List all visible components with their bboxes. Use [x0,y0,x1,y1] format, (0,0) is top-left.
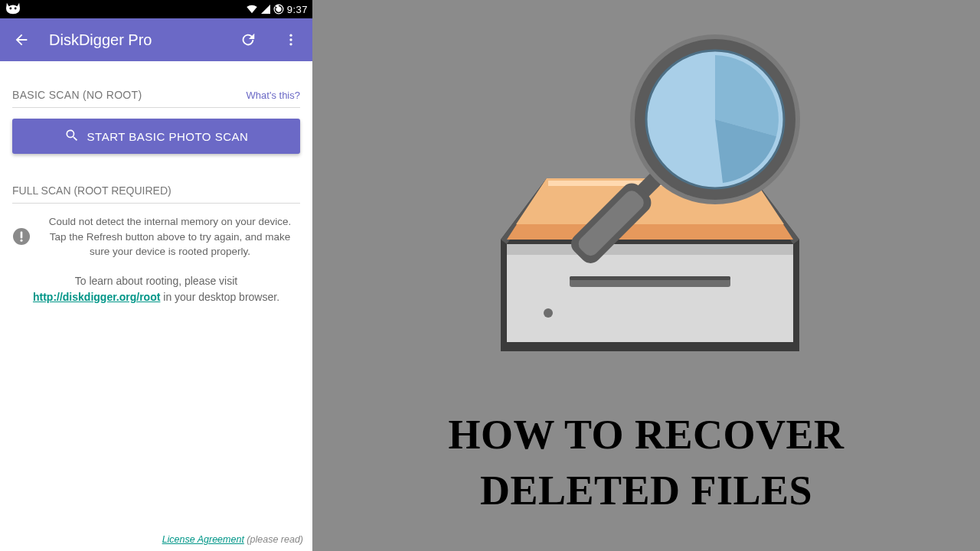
root-link[interactable]: http://diskdigger.org/root [33,291,160,303]
divider [12,107,300,108]
scan-button-label: START BASIC PHOTO SCAN [87,130,249,143]
svg-rect-14 [501,344,799,351]
phone-screenshot: 9:37 DiskDigger Pro BASIC SCAN (NO ROOT)… [0,0,312,551]
tutorial-headline: HOW TO RECOVER DELETED FILES [448,407,844,519]
whats-this-link[interactable]: What's this? [247,90,300,101]
app-content: BASIC SCAN (NO ROOT) What's this? START … [0,61,312,551]
sync-badge-icon [273,4,284,15]
svg-point-1 [15,7,17,9]
start-basic-scan-button[interactable]: START BASIC PHOTO SCAN [12,119,300,154]
basic-scan-header: BASIC SCAN (NO ROOT) [12,89,142,101]
svg-point-3 [289,34,292,37]
wifi-icon [246,5,258,14]
root-warning-row: Could not detect the internal memory on … [12,214,300,259]
signal-icon [261,5,270,14]
back-button[interactable] [6,24,37,55]
svg-point-20 [544,308,553,318]
overflow-menu-button[interactable] [276,24,306,55]
svg-point-0 [9,7,11,9]
refresh-icon [240,31,256,48]
alert-icon [12,227,31,246]
os-logo-icon [5,2,21,18]
license-agreement-link[interactable]: License Agreement [162,534,244,545]
svg-rect-10 [507,244,793,342]
root-info-pre: To learn about rooting, please visit [75,275,237,287]
android-status-bar: 9:37 [0,0,312,18]
please-read-label: (please read) [244,534,303,545]
refresh-button[interactable] [233,24,263,55]
svg-point-4 [289,38,292,41]
headline-line-1: HOW TO RECOVER [448,407,844,463]
svg-rect-11 [507,244,793,255]
license-footer: License Agreement (please read) [162,534,303,545]
more-vert-icon [283,32,299,47]
svg-point-8 [21,240,23,242]
svg-rect-7 [21,232,23,239]
right-panel: HOW TO RECOVER DELETED FILES [312,0,980,551]
status-clock: 9:37 [287,4,308,15]
headline-line-2: DELETED FILES [448,463,844,519]
svg-rect-19 [570,276,730,280]
root-info-text: To learn about rooting, please visit htt… [12,273,300,305]
diskdigger-logo-icon [466,29,826,377]
divider [12,203,300,204]
root-warning-text: Could not detect the internal memory on … [40,214,300,259]
search-icon [64,128,80,145]
svg-point-5 [289,43,292,45]
arrow-left-icon [13,31,30,48]
app-bar: DiskDigger Pro [0,18,312,61]
app-title: DiskDigger Pro [49,31,220,49]
root-info-post: in your desktop browser. [160,291,279,303]
full-scan-header: FULL SCAN (ROOT REQUIRED) [12,184,300,197]
